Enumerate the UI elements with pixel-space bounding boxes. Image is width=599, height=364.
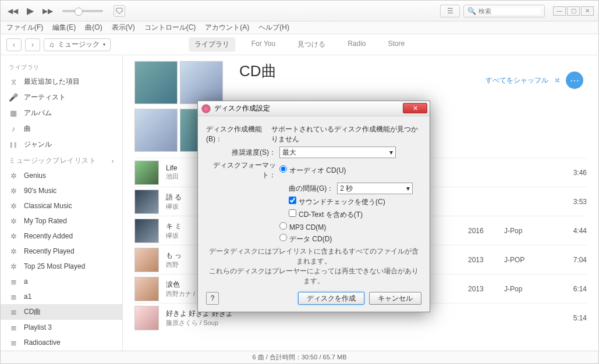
menu-control[interactable]: コントロール(C) — [144, 23, 196, 33]
sidebar-item[interactable]: ✲Top 25 Most Played — [1, 259, 122, 274]
sidebar-item-label: アーティスト — [24, 92, 66, 102]
track-duration: 3:46 — [558, 169, 587, 177]
shuffle-all[interactable]: すべてをシャッフル ⤭ ⋯ — [485, 72, 583, 89]
forward-button[interactable]: › — [25, 38, 40, 51]
shuffle-icon: ⤭ — [554, 76, 560, 84]
clock-icon: ⧖ — [9, 77, 18, 87]
radio-data-cd[interactable]: データ CD(D) — [279, 234, 332, 244]
search-icon: 🔍 — [467, 7, 476, 15]
sidebar-item[interactable]: ♪曲 — [1, 121, 122, 137]
tab-radio[interactable]: Radio — [342, 37, 371, 52]
status-bar: 6 曲 / 合計時間：30:50 / 65.7 MB — [1, 351, 598, 363]
gear-icon: ✲ — [9, 216, 18, 226]
close-button[interactable]: ✕ — [581, 6, 594, 16]
sidebar-item-label: 90's Music — [24, 187, 56, 195]
gear-icon: ✲ — [9, 247, 18, 256]
more-button[interactable]: ⋯ — [566, 72, 583, 89]
menu-song[interactable]: 曲(O) — [85, 23, 102, 33]
gear-icon: ✲ — [9, 186, 18, 195]
tab-foryou[interactable]: For You — [246, 37, 281, 52]
cancel-button[interactable]: キャンセル — [369, 292, 421, 305]
format-label: ディスクフォーマット： — [206, 160, 276, 180]
next-button[interactable]: ▶▶ — [40, 5, 55, 17]
dropdown-icon: ▾ — [389, 148, 393, 156]
list-icon: ≣ — [9, 277, 18, 286]
sidebar-item-label: Top 25 Most Played — [24, 262, 85, 270]
list-icon: ≣ — [9, 292, 18, 301]
menubar: ファイル(F) 編集(E) 曲(O) 表示(V) コントロール(C) アカウント… — [1, 22, 598, 34]
album-cover[interactable] — [134, 109, 178, 152]
menu-edit[interactable]: 編集(E) — [52, 23, 76, 33]
sidebar-item-label: Genius — [24, 172, 46, 180]
gear-icon: ✲ — [9, 231, 18, 241]
list-icon: ≣ — [9, 308, 18, 317]
create-disc-button[interactable]: ディスクを作成 — [298, 292, 364, 305]
list-icon: ≣ — [9, 323, 18, 332]
sidebar-item-label: ジャンル — [24, 140, 52, 149]
menu-account[interactable]: アカウント(A) — [205, 23, 249, 33]
note-icon: ♪ — [9, 124, 18, 134]
track-cover — [134, 306, 159, 330]
album-cover[interactable] — [180, 61, 223, 104]
radio-audio-cd[interactable]: オーディオ CD(U) — [279, 165, 346, 176]
sidebar: ライブラリ ⧖最近追加した項目🎤アーティスト▦アルバム♪曲⫿⫿ジャンル ミュージ… — [1, 55, 123, 351]
menu-help[interactable]: ヘルプ(H) — [258, 23, 289, 33]
track-genre: J-POP — [504, 256, 551, 264]
help-button[interactable]: ? — [206, 292, 219, 305]
volume-slider[interactable] — [62, 10, 103, 12]
sidebar-item[interactable]: ✲Genius — [1, 168, 122, 183]
sidebar-item[interactable]: ≣CD曲 — [1, 304, 122, 320]
check-soundcheck[interactable]: サウンドチェックを使う(C) — [289, 197, 385, 207]
gap-select[interactable]: 2 秒▾ — [337, 183, 413, 194]
tab-library[interactable]: ライブラリ — [189, 37, 235, 52]
sidebar-item[interactable]: ✲Recently Added — [1, 229, 122, 244]
dialog-icon — [201, 104, 211, 113]
dialog-close-button[interactable]: ✕ — [403, 103, 427, 113]
sidebar-item[interactable]: ✲My Top Rated — [1, 213, 122, 229]
sidebar-item[interactable]: ✲90's Music — [1, 183, 122, 198]
sidebar-item[interactable]: ⫿⫿ジャンル — [1, 137, 122, 152]
back-button[interactable]: ‹ — [6, 38, 22, 51]
sidebar-item-label: Recently Played — [24, 247, 75, 255]
track-duration: 6:14 — [558, 285, 587, 293]
gear-icon: ✲ — [9, 262, 18, 271]
search-input[interactable] — [479, 8, 541, 15]
list-view-button[interactable]: ☰ — [440, 5, 460, 17]
sidebar-item-label: 曲 — [24, 124, 31, 134]
tab-store[interactable]: Store — [382, 37, 411, 52]
sidebar-item-label: My Top Rated — [24, 217, 67, 225]
sidebar-item-label: Playlist 3 — [24, 323, 52, 331]
maximize-button[interactable]: ▢ — [567, 6, 580, 16]
airplay-button[interactable] — [114, 5, 125, 17]
sidebar-item[interactable]: ≣a1 — [1, 289, 122, 304]
track-cover — [134, 190, 159, 214]
radio-mp3-cd[interactable]: MP3 CD(M) — [279, 222, 326, 231]
check-cdtext[interactable]: CD-Text を含める(T) — [289, 209, 363, 220]
sidebar-item[interactable]: 🎤アーティスト — [1, 90, 122, 105]
sidebar-item[interactable]: ✲Classical Music — [1, 198, 122, 213]
sidebar-item[interactable]: ≣Radioactive — [1, 335, 122, 350]
dialog-titlebar[interactable]: ディスク作成設定 ✕ — [198, 101, 430, 116]
gap-label: 曲の間隔(G)： — [289, 184, 334, 194]
sidebar-item[interactable]: ≣Playlist 3 — [1, 320, 122, 335]
menu-view[interactable]: 表示(V) — [112, 23, 135, 33]
menu-file[interactable]: ファイル(F) — [6, 23, 43, 33]
dialog-title: ディスク作成設定 — [214, 104, 270, 113]
category-select[interactable]: ♫ ミュージック ▾ — [44, 38, 111, 51]
play-button[interactable]: ▶ — [23, 5, 38, 17]
search-field[interactable]: 🔍 — [463, 5, 545, 17]
sidebar-item[interactable]: ✲Recently Played — [1, 244, 122, 259]
speed-select[interactable]: 最大▾ — [279, 147, 396, 158]
chevron-right-icon[interactable]: › — [112, 157, 115, 165]
sidebar-item[interactable]: ▦アルバム — [1, 105, 122, 121]
minimize-button[interactable]: — — [553, 6, 566, 16]
sidebar-item-label: CD曲 — [24, 307, 41, 317]
album-cover[interactable] — [134, 61, 178, 104]
prev-button[interactable]: ◀◀ — [5, 5, 20, 17]
nav-tabs: ライブラリ For You 見つける Radio Store — [189, 37, 410, 52]
tab-discover[interactable]: 見つける — [292, 37, 331, 52]
sidebar-item-label: Radioactive — [24, 338, 61, 347]
sidebar-item-label: 最近追加した項目 — [24, 77, 80, 87]
sidebar-item[interactable]: ⧖最近追加した項目 — [1, 74, 122, 90]
sidebar-item[interactable]: ≣a — [1, 274, 122, 289]
